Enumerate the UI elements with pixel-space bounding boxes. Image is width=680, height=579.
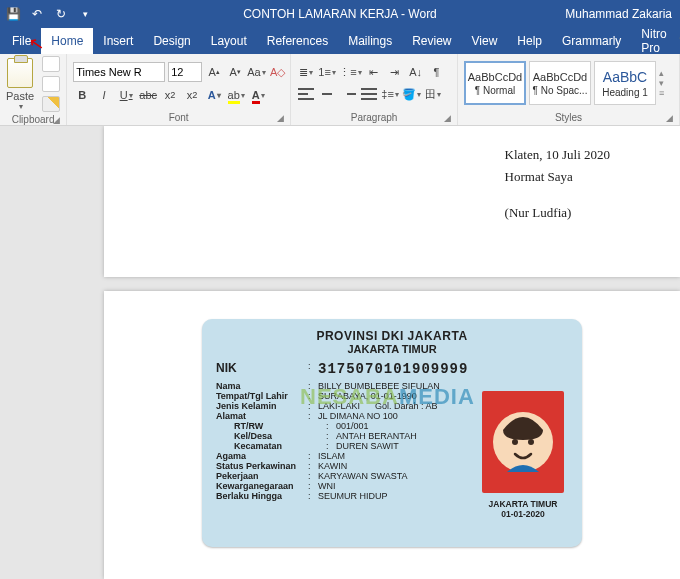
ktp-city: JAKARTA TIMUR: [216, 343, 568, 355]
numbering-button[interactable]: 1≡▾: [318, 63, 336, 81]
tab-help[interactable]: Help: [507, 28, 552, 54]
strikethrough-button[interactable]: abc: [139, 86, 157, 104]
tab-file[interactable]: File: [2, 28, 41, 54]
account-name[interactable]: Muhammad Zakaria: [565, 7, 676, 21]
undo-icon[interactable]: ↶: [28, 5, 46, 23]
ktp-card[interactable]: PROVINSI DKI JAKARTA JAKARTA TIMUR NIK :…: [202, 319, 582, 547]
underline-button[interactable]: U▾: [117, 86, 135, 104]
font-name-input[interactable]: [73, 62, 165, 82]
qat-customize-icon[interactable]: ▾: [76, 5, 94, 23]
chevron-down-icon[interactable]: ▾: [19, 102, 23, 111]
doc-text-line[interactable]: Hormat Saya: [505, 166, 610, 188]
avatar-icon: [491, 410, 555, 474]
ktp-field-label: Alamat: [216, 411, 308, 421]
tab-layout[interactable]: Layout: [201, 28, 257, 54]
tab-review[interactable]: Review: [402, 28, 461, 54]
styles-gallery-expand[interactable]: ▴▾≡: [659, 68, 673, 98]
italic-button[interactable]: I: [95, 86, 113, 104]
copy-icon[interactable]: [42, 76, 60, 92]
ribbon: Paste ▾ Clipboard◢ A▴ A▾ Aa▾ A◇: [0, 54, 680, 126]
ktp-field-value: BILLY BUMBLEBEE SIFULAN: [318, 381, 568, 391]
group-label-clipboard: Clipboard: [12, 114, 55, 125]
line-spacing-button[interactable]: ‡≡▾: [381, 85, 399, 103]
tab-home[interactable]: Home: [41, 28, 93, 54]
ktp-field-label: Kewarganegaraan: [216, 481, 308, 491]
ktp-field-row: Nama:BILLY BUMBLEBEE SIFULAN: [216, 381, 568, 391]
svg-point-2: [528, 439, 534, 445]
dialog-launcher-icon[interactable]: ◢: [53, 115, 60, 125]
shading-button[interactable]: 🪣▾: [402, 85, 421, 103]
multilevel-list-button[interactable]: ⋮≡▾: [339, 63, 361, 81]
font-size-input[interactable]: [168, 62, 202, 82]
style-normal[interactable]: AaBbCcDd ¶ Normal: [464, 61, 526, 105]
ktp-field-label: Nama: [216, 381, 308, 391]
change-case-button[interactable]: Aa▾: [247, 63, 265, 81]
font-color-button[interactable]: A▾: [249, 86, 267, 104]
sort-button[interactable]: A↓: [407, 63, 425, 81]
save-icon[interactable]: 💾: [4, 5, 22, 23]
bold-button[interactable]: B: [73, 86, 91, 104]
style-heading-1[interactable]: AaBbC Heading 1: [594, 61, 656, 105]
tab-references[interactable]: References: [257, 28, 338, 54]
dialog-launcher-icon[interactable]: ◢: [444, 113, 451, 123]
style-name: Heading 1: [602, 87, 648, 98]
align-center-button[interactable]: [318, 85, 336, 103]
page-1[interactable]: Klaten, 10 Juli 2020 Hormat Saya (Nur Lu…: [104, 126, 680, 277]
ktp-field-label: Agama: [216, 451, 308, 461]
group-clipboard: Paste ▾ Clipboard◢: [0, 54, 67, 125]
tab-nitro-pro[interactable]: Nitro Pro: [631, 28, 676, 54]
paste-label: Paste: [6, 90, 34, 102]
page-2[interactable]: PROVINSI DKI JAKARTA JAKARTA TIMUR NIK :…: [104, 291, 680, 579]
highlight-color-button[interactable]: ab▾: [227, 86, 245, 104]
redo-icon[interactable]: ↻: [52, 5, 70, 23]
ribbon-tabs: File Home Insert Design Layout Reference…: [0, 28, 680, 54]
document-canvas[interactable]: Klaten, 10 Juli 2020 Hormat Saya (Nur Lu…: [0, 126, 680, 579]
decrease-indent-button[interactable]: ⇤: [365, 63, 383, 81]
ktp-field-label: Pekerjaan: [216, 471, 308, 481]
ktp-field-label: Berlaku Hingga: [216, 491, 308, 501]
grow-font-button[interactable]: A▴: [205, 63, 223, 81]
subscript-button[interactable]: x2: [161, 86, 179, 104]
ktp-field-label: Tempat/Tgl Lahir: [216, 391, 308, 401]
align-left-button[interactable]: [297, 85, 315, 103]
tab-insert[interactable]: Insert: [93, 28, 143, 54]
text-effects-button[interactable]: A▾: [205, 86, 223, 104]
ktp-field-label: Status Perkawinan: [216, 461, 308, 471]
superscript-button[interactable]: x2: [183, 86, 201, 104]
paste-button[interactable]: Paste ▾: [6, 58, 34, 111]
tab-design[interactable]: Design: [143, 28, 200, 54]
clear-formatting-button[interactable]: A◇: [269, 63, 287, 81]
dialog-launcher-icon[interactable]: ◢: [277, 113, 284, 123]
tab-mailings[interactable]: Mailings: [338, 28, 402, 54]
document-title: CONTOH LAMARAN KERJA - Word: [243, 7, 437, 21]
ktp-photo: [482, 391, 564, 493]
title-bar: 💾 ↶ ↻ ▾ CONTOH LAMARAN KERJA - Word Muha…: [0, 0, 680, 28]
doc-text-line[interactable]: Klaten, 10 Juli 2020: [505, 144, 610, 166]
group-label-styles: Styles: [555, 112, 582, 123]
ktp-nik-label: NIK: [216, 361, 308, 377]
cut-icon[interactable]: [42, 56, 60, 72]
justify-button[interactable]: [360, 85, 378, 103]
ktp-field-label: Jenis Kelamin: [216, 401, 308, 411]
ktp-photo-caption: JAKARTA TIMUR 01-01-2020: [482, 499, 564, 519]
ktp-nik-value: 3175070101909999: [318, 361, 568, 377]
style-no-spacing[interactable]: AaBbCcDd ¶ No Spac...: [529, 61, 591, 105]
doc-text-line[interactable]: (Nur Ludfia): [505, 202, 610, 224]
style-preview: AaBbCcDd: [468, 71, 522, 83]
bullets-button[interactable]: ≣▾: [297, 63, 315, 81]
style-name: ¶ Normal: [475, 85, 515, 96]
align-right-button[interactable]: [339, 85, 357, 103]
group-paragraph: ≣▾ 1≡▾ ⋮≡▾ ⇤ ⇥ A↓ ¶ ‡≡▾ 🪣▾ 田▾: [291, 54, 458, 125]
ktp-province: PROVINSI DKI JAKARTA: [216, 329, 568, 343]
group-label-paragraph: Paragraph: [351, 112, 398, 123]
show-marks-button[interactable]: ¶: [428, 63, 446, 81]
tab-grammarly[interactable]: Grammarly: [552, 28, 631, 54]
format-painter-icon[interactable]: [42, 96, 60, 112]
borders-button[interactable]: 田▾: [424, 85, 442, 103]
dialog-launcher-icon[interactable]: ◢: [666, 113, 673, 123]
ktp-field-label: RT/RW: [234, 421, 326, 431]
increase-indent-button[interactable]: ⇥: [386, 63, 404, 81]
clipboard-icon: [7, 58, 33, 88]
shrink-font-button[interactable]: A▾: [226, 63, 244, 81]
tab-view[interactable]: View: [462, 28, 508, 54]
